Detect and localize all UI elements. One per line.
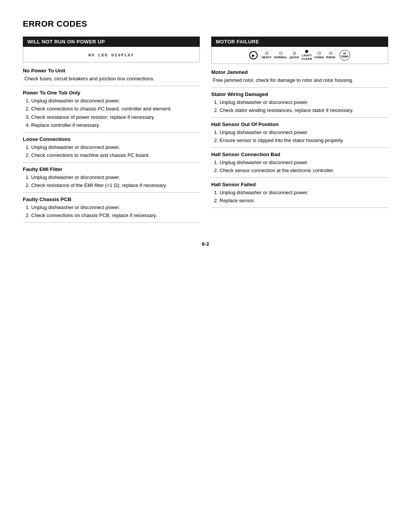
fault-title: Stator Wiring Damaged — [211, 91, 388, 97]
left-header: WILL NOT RUN ON POWER UP — [23, 37, 200, 47]
list-item: Check connections on chassis PCB; replac… — [31, 212, 200, 219]
list-item: Unplug dishwasher or disconnect power. — [220, 129, 388, 136]
fault-body: Unplug dishwasher or disconnect power.Ch… — [211, 99, 388, 114]
cycle-dot — [279, 52, 282, 55]
left-fault-sections: No Power To UnitCheck fuses, circuit bre… — [23, 68, 200, 223]
list-item: Check stator winding resistances, replac… — [220, 107, 388, 114]
list-item: Check connections to machine and chassis… — [31, 152, 200, 159]
list-item: Replace controller if necessary. — [31, 121, 200, 129]
fault-section: Hall Sensor Connection BadUnplug dishwas… — [211, 152, 388, 178]
left-column: WILL NOT RUN ON POWER UP NO LED DISPLAY … — [23, 37, 200, 226]
fault-title: Loose Connections — [23, 136, 200, 142]
section-divider — [211, 208, 388, 208]
page-title: ERROR CODES — [23, 19, 388, 29]
list-item: Unplug dishwasher or disconnect power. — [220, 159, 388, 166]
fault-list: Unplug dishwasher or disconnect power.Ch… — [24, 144, 200, 159]
section-divider — [23, 86, 200, 86]
fault-title: Hall Sensor Failed — [211, 182, 388, 187]
list-item: Replace sensor. — [220, 197, 388, 204]
hi-temp-button: HITEMP — [339, 50, 350, 61]
list-item: Unplug dishwasher or disconnect power. — [220, 189, 388, 197]
fault-body: Unplug dishwasher or disconnect power.Ch… — [23, 144, 200, 159]
section-divider — [23, 162, 200, 163]
section-divider — [23, 192, 200, 193]
right-column: MOTOR FAILURE ▶ HEAVYNORMALQUICKLIGHT/ C… — [211, 37, 388, 226]
cycle-label: HEAVY — [261, 56, 272, 59]
cycle-option: QUICK — [290, 52, 299, 59]
fault-list: Unplug dishwasher or disconnect power.Ch… — [24, 174, 200, 189]
fault-body: Unplug dishwasher or disconnect power.Ch… — [23, 97, 200, 129]
fault-section: No Power To UnitCheck fuses, circuit bre… — [23, 68, 200, 86]
fault-body: Unplug dishwasher or disconnect power.Re… — [211, 189, 388, 204]
fault-title: Faulty EMI Filter — [23, 166, 200, 172]
fault-body: Free jammed rotor, check for damage to r… — [211, 77, 388, 84]
list-item: Unplug dishwasher or disconnect power. — [220, 99, 388, 106]
section-divider — [211, 177, 388, 178]
fault-paragraph: Check fuses, circuit breakers and juncti… — [24, 75, 200, 83]
list-item: Unplug dishwasher or disconnect power. — [31, 174, 200, 181]
cycle-dot — [265, 52, 268, 55]
right-header: MOTOR FAILURE — [211, 37, 388, 47]
right-fault-sections: Motor JammedFree jammed rotor, check for… — [211, 69, 388, 208]
fault-title: Motor Jammed — [211, 69, 388, 75]
list-item: Check resistance of power resistor; repl… — [31, 113, 200, 121]
cycle-label: NORMAL — [274, 56, 287, 59]
list-item: Unplug dishwasher or disconnect power. — [31, 144, 200, 151]
cycle-label: LIGHT/ CLEAN — [302, 54, 312, 61]
fault-section: Faulty Chassis PCBUnplug dishwasher or d… — [23, 197, 200, 223]
fault-section: Loose ConnectionsUnplug dishwasher or di… — [23, 136, 200, 163]
motor-panel: ▶ HEAVYNORMALQUICKLIGHT/ CLEANCHINARINSE… — [211, 47, 388, 64]
cycles-row: HEAVYNORMALQUICKLIGHT/ CLEANCHINARINSE — [261, 50, 335, 61]
fault-section: Motor JammedFree jammed rotor, check for… — [211, 69, 388, 88]
cycle-label: QUICK — [290, 56, 299, 59]
fault-list: Unplug dishwasher or disconnect power.Ch… — [213, 159, 388, 174]
cycle-option: NORMAL — [274, 52, 287, 59]
section-divider — [23, 222, 200, 223]
cycle-option: HEAVY — [261, 52, 272, 59]
fault-list: Unplug dishwasher or disconnect power.Re… — [213, 189, 388, 204]
fault-body: Unplug dishwasher or disconnect power.Ch… — [23, 174, 200, 189]
fault-title: Faulty Chassis PCB — [23, 197, 200, 202]
fault-section: Hall Sensor FailedUnplug dishwasher or d… — [211, 182, 388, 208]
fault-section: Power To One Tub OnlyUnplug dishwasher o… — [23, 90, 200, 133]
fault-body: Check fuses, circuit breakers and juncti… — [23, 75, 200, 83]
fault-body: Unplug dishwasher or disconnect power.En… — [211, 129, 388, 144]
fault-title: Hall Sensor Connection Bad — [211, 152, 388, 157]
fault-section: Stator Wiring DamagedUnplug dishwasher o… — [211, 91, 388, 118]
section-divider — [211, 87, 388, 88]
fault-body: Unplug dishwasher or disconnect power.Ch… — [23, 204, 200, 219]
fault-title: Hall Sensor Out Of Position — [211, 121, 388, 127]
cycle-option: RINSE — [326, 52, 335, 59]
fault-title: No Power To Unit — [23, 68, 200, 73]
fault-list: Unplug dishwasher or disconnect power.Ch… — [213, 99, 388, 114]
section-divider — [23, 132, 200, 133]
fault-paragraph: Free jammed rotor, check for damage to r… — [213, 77, 388, 84]
play-button: ▶ — [249, 51, 258, 59]
fault-body: Unplug dishwasher or disconnect power.Ch… — [211, 159, 388, 174]
cycle-label: CHINA — [314, 56, 324, 59]
fault-title: Power To One Tub Only — [23, 90, 200, 96]
list-item: Check resistance of the EMI filter (<1 Ω… — [31, 182, 200, 189]
cycle-dot — [293, 52, 296, 55]
list-item: Ensure sensor is clipped into the stator… — [220, 137, 388, 144]
fault-list: Unplug dishwasher or disconnect power.En… — [213, 129, 388, 144]
display-text: NO LED DISPLAY — [88, 53, 134, 58]
section-divider — [211, 117, 388, 118]
page-number: 6-2 — [23, 241, 388, 247]
list-item: Unplug dishwasher or disconnect power. — [31, 97, 200, 105]
list-item: Check sensor connection at the electroni… — [220, 167, 388, 174]
cycle-label: RINSE — [326, 56, 335, 59]
fault-list: Unplug dishwasher or disconnect power.Ch… — [24, 204, 200, 219]
fault-section: Faulty EMI FilterUnplug dishwasher or di… — [23, 166, 200, 193]
cycle-option: LIGHT/ CLEAN — [302, 50, 312, 61]
fault-section: Hall Sensor Out Of PositionUnplug dishwa… — [211, 121, 388, 148]
cycle-dot — [318, 52, 321, 55]
cycle-dot — [329, 52, 332, 55]
cycle-dot — [305, 50, 308, 53]
main-content: WILL NOT RUN ON POWER UP NO LED DISPLAY … — [23, 37, 388, 226]
section-divider — [211, 147, 388, 148]
display-panel: NO LED DISPLAY — [23, 47, 200, 62]
list-item: Unplug dishwasher or disconnect power. — [31, 204, 200, 211]
list-item: Check connections to chassis PC board, c… — [31, 105, 200, 113]
cycle-option: CHINA — [314, 52, 324, 59]
